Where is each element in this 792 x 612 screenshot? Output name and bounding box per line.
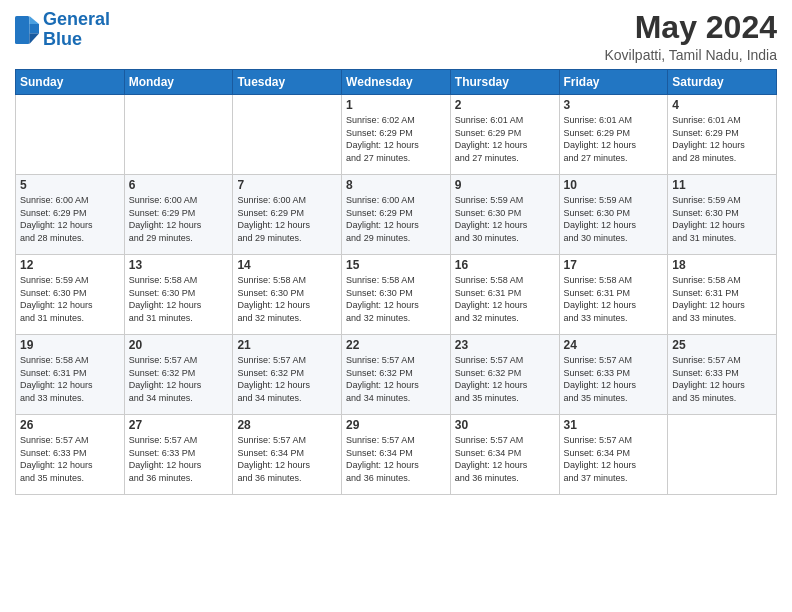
day-number: 23 <box>455 338 555 352</box>
day-number: 10 <box>564 178 664 192</box>
calendar-day-cell <box>124 95 233 175</box>
day-number: 21 <box>237 338 337 352</box>
day-number: 6 <box>129 178 229 192</box>
day-number: 30 <box>455 418 555 432</box>
day-number: 17 <box>564 258 664 272</box>
day-info: Sunrise: 5:59 AM Sunset: 6:30 PM Dayligh… <box>564 194 664 244</box>
day-number: 12 <box>20 258 120 272</box>
day-info: Sunrise: 5:58 AM Sunset: 6:31 PM Dayligh… <box>455 274 555 324</box>
calendar-day-cell: 23Sunrise: 5:57 AM Sunset: 6:32 PM Dayli… <box>450 335 559 415</box>
header-saturday: Saturday <box>668 70 777 95</box>
calendar-table: Sunday Monday Tuesday Wednesday Thursday… <box>15 69 777 495</box>
svg-marker-1 <box>29 16 39 24</box>
day-number: 2 <box>455 98 555 112</box>
calendar-day-cell: 29Sunrise: 5:57 AM Sunset: 6:34 PM Dayli… <box>342 415 451 495</box>
calendar-day-cell: 31Sunrise: 5:57 AM Sunset: 6:34 PM Dayli… <box>559 415 668 495</box>
day-number: 27 <box>129 418 229 432</box>
calendar-day-cell: 1Sunrise: 6:02 AM Sunset: 6:29 PM Daylig… <box>342 95 451 175</box>
calendar-day-cell: 6Sunrise: 6:00 AM Sunset: 6:29 PM Daylig… <box>124 175 233 255</box>
day-number: 16 <box>455 258 555 272</box>
header-monday: Monday <box>124 70 233 95</box>
header-sunday: Sunday <box>16 70 125 95</box>
day-info: Sunrise: 6:00 AM Sunset: 6:29 PM Dayligh… <box>237 194 337 244</box>
calendar-day-cell <box>233 95 342 175</box>
calendar-day-cell: 30Sunrise: 5:57 AM Sunset: 6:34 PM Dayli… <box>450 415 559 495</box>
day-number: 4 <box>672 98 772 112</box>
day-info: Sunrise: 5:58 AM Sunset: 6:31 PM Dayligh… <box>564 274 664 324</box>
day-number: 15 <box>346 258 446 272</box>
day-info: Sunrise: 5:58 AM Sunset: 6:30 PM Dayligh… <box>129 274 229 324</box>
day-number: 29 <box>346 418 446 432</box>
day-info: Sunrise: 6:00 AM Sunset: 6:29 PM Dayligh… <box>20 194 120 244</box>
day-number: 3 <box>564 98 664 112</box>
day-number: 28 <box>237 418 337 432</box>
calendar-day-cell <box>16 95 125 175</box>
page: General Blue May 2024 Kovilpatti, Tamil … <box>0 0 792 612</box>
header-friday: Friday <box>559 70 668 95</box>
calendar-day-cell: 5Sunrise: 6:00 AM Sunset: 6:29 PM Daylig… <box>16 175 125 255</box>
calendar-day-cell: 17Sunrise: 5:58 AM Sunset: 6:31 PM Dayli… <box>559 255 668 335</box>
day-info: Sunrise: 6:02 AM Sunset: 6:29 PM Dayligh… <box>346 114 446 164</box>
week-row-2: 5Sunrise: 6:00 AM Sunset: 6:29 PM Daylig… <box>16 175 777 255</box>
day-number: 8 <box>346 178 446 192</box>
day-info: Sunrise: 5:57 AM Sunset: 6:33 PM Dayligh… <box>564 354 664 404</box>
week-row-5: 26Sunrise: 5:57 AM Sunset: 6:33 PM Dayli… <box>16 415 777 495</box>
day-number: 11 <box>672 178 772 192</box>
day-number: 13 <box>129 258 229 272</box>
header-thursday: Thursday <box>450 70 559 95</box>
logo-icon <box>15 16 39 44</box>
calendar-day-cell: 16Sunrise: 5:58 AM Sunset: 6:31 PM Dayli… <box>450 255 559 335</box>
day-info: Sunrise: 5:57 AM Sunset: 6:33 PM Dayligh… <box>129 434 229 484</box>
day-info: Sunrise: 6:01 AM Sunset: 6:29 PM Dayligh… <box>672 114 772 164</box>
day-info: Sunrise: 5:57 AM Sunset: 6:33 PM Dayligh… <box>672 354 772 404</box>
calendar-day-cell: 7Sunrise: 6:00 AM Sunset: 6:29 PM Daylig… <box>233 175 342 255</box>
calendar-day-cell <box>668 415 777 495</box>
subtitle: Kovilpatti, Tamil Nadu, India <box>605 47 778 63</box>
day-number: 14 <box>237 258 337 272</box>
header-tuesday: Tuesday <box>233 70 342 95</box>
calendar-day-cell: 13Sunrise: 5:58 AM Sunset: 6:30 PM Dayli… <box>124 255 233 335</box>
day-number: 1 <box>346 98 446 112</box>
svg-marker-2 <box>29 24 39 34</box>
calendar-day-cell: 27Sunrise: 5:57 AM Sunset: 6:33 PM Dayli… <box>124 415 233 495</box>
day-info: Sunrise: 5:57 AM Sunset: 6:32 PM Dayligh… <box>346 354 446 404</box>
svg-marker-3 <box>29 33 39 43</box>
day-info: Sunrise: 5:57 AM Sunset: 6:32 PM Dayligh… <box>129 354 229 404</box>
svg-rect-0 <box>15 16 29 44</box>
day-info: Sunrise: 6:00 AM Sunset: 6:29 PM Dayligh… <box>129 194 229 244</box>
calendar-day-cell: 20Sunrise: 5:57 AM Sunset: 6:32 PM Dayli… <box>124 335 233 415</box>
day-info: Sunrise: 5:57 AM Sunset: 6:34 PM Dayligh… <box>455 434 555 484</box>
day-number: 26 <box>20 418 120 432</box>
day-number: 24 <box>564 338 664 352</box>
calendar-day-cell: 25Sunrise: 5:57 AM Sunset: 6:33 PM Dayli… <box>668 335 777 415</box>
calendar-day-cell: 14Sunrise: 5:58 AM Sunset: 6:30 PM Dayli… <box>233 255 342 335</box>
calendar-day-cell: 15Sunrise: 5:58 AM Sunset: 6:30 PM Dayli… <box>342 255 451 335</box>
calendar-day-cell: 11Sunrise: 5:59 AM Sunset: 6:30 PM Dayli… <box>668 175 777 255</box>
week-row-4: 19Sunrise: 5:58 AM Sunset: 6:31 PM Dayli… <box>16 335 777 415</box>
title-block: May 2024 Kovilpatti, Tamil Nadu, India <box>605 10 778 63</box>
logo: General Blue <box>15 10 110 50</box>
day-info: Sunrise: 5:59 AM Sunset: 6:30 PM Dayligh… <box>455 194 555 244</box>
day-number: 25 <box>672 338 772 352</box>
calendar-day-cell: 8Sunrise: 6:00 AM Sunset: 6:29 PM Daylig… <box>342 175 451 255</box>
calendar-day-cell: 22Sunrise: 5:57 AM Sunset: 6:32 PM Dayli… <box>342 335 451 415</box>
day-number: 18 <box>672 258 772 272</box>
calendar-day-cell: 19Sunrise: 5:58 AM Sunset: 6:31 PM Dayli… <box>16 335 125 415</box>
day-info: Sunrise: 5:58 AM Sunset: 6:31 PM Dayligh… <box>672 274 772 324</box>
calendar-day-cell: 24Sunrise: 5:57 AM Sunset: 6:33 PM Dayli… <box>559 335 668 415</box>
day-info: Sunrise: 5:57 AM Sunset: 6:33 PM Dayligh… <box>20 434 120 484</box>
day-number: 5 <box>20 178 120 192</box>
day-info: Sunrise: 5:58 AM Sunset: 6:30 PM Dayligh… <box>237 274 337 324</box>
day-info: Sunrise: 5:57 AM Sunset: 6:34 PM Dayligh… <box>564 434 664 484</box>
day-info: Sunrise: 6:01 AM Sunset: 6:29 PM Dayligh… <box>455 114 555 164</box>
day-number: 22 <box>346 338 446 352</box>
weekday-header-row: Sunday Monday Tuesday Wednesday Thursday… <box>16 70 777 95</box>
day-info: Sunrise: 6:01 AM Sunset: 6:29 PM Dayligh… <box>564 114 664 164</box>
day-info: Sunrise: 5:57 AM Sunset: 6:32 PM Dayligh… <box>455 354 555 404</box>
day-number: 9 <box>455 178 555 192</box>
day-number: 7 <box>237 178 337 192</box>
calendar-day-cell: 28Sunrise: 5:57 AM Sunset: 6:34 PM Dayli… <box>233 415 342 495</box>
day-info: Sunrise: 5:58 AM Sunset: 6:30 PM Dayligh… <box>346 274 446 324</box>
day-number: 19 <box>20 338 120 352</box>
calendar-day-cell: 21Sunrise: 5:57 AM Sunset: 6:32 PM Dayli… <box>233 335 342 415</box>
